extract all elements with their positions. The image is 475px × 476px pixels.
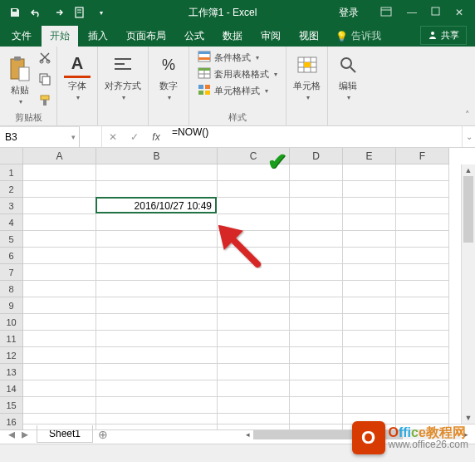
cell[interactable] [290,331,343,347]
row-header[interactable]: 10 [0,314,23,331]
row-header[interactable]: 6 [0,248,23,264]
select-all-corner[interactable] [0,148,23,164]
row-header[interactable]: 8 [0,281,23,297]
formula-input[interactable]: =NOW() [167,126,462,147]
cell[interactable] [290,281,343,297]
row-header[interactable]: 9 [0,297,23,314]
cell[interactable] [96,297,218,314]
scrollbar-thumb[interactable] [463,176,473,243]
cell[interactable] [23,164,96,181]
cell[interactable] [218,314,290,331]
qat-customize-icon[interactable]: ▾ [95,9,108,17]
editing-button[interactable]: 编辑 ▾ [333,50,363,103]
tab-view[interactable]: 视图 [291,26,327,47]
cell[interactable] [218,364,290,380]
cell[interactable] [396,281,449,297]
cell[interactable] [96,214,218,231]
cell[interactable] [218,347,290,364]
cell[interactable] [96,414,218,430]
cell[interactable] [290,297,343,314]
cell[interactable] [343,248,396,264]
login-link[interactable]: 登录 [329,6,369,20]
expand-formula-bar-icon[interactable]: ⌄ [462,126,475,147]
row-header[interactable]: 1 [0,164,23,181]
column-header[interactable]: B [96,148,218,164]
row-header[interactable]: 15 [0,397,23,414]
column-header[interactable]: F [396,148,449,164]
cell[interactable] [290,414,343,430]
cell[interactable] [290,214,343,231]
cell[interactable] [343,347,396,364]
paste-button[interactable]: 粘贴 ▾ [5,54,35,107]
cell[interactable] [96,264,218,281]
touch-mode-icon[interactable] [73,7,86,18]
scroll-right-icon[interactable]: ▸ [461,430,472,439]
cell[interactable] [96,380,218,397]
row-header[interactable]: 13 [0,364,23,380]
cell[interactable]: 2016/10/27 10:49 [95,197,217,213]
cell[interactable] [396,314,449,331]
cell[interactable] [290,164,343,181]
horizontal-scrollbar[interactable]: ◂ ▸ [113,429,475,439]
tab-page-layout[interactable]: 页面布局 [118,26,174,47]
cell[interactable] [96,231,218,248]
minimize-icon[interactable]: — [407,7,416,18]
cell[interactable] [23,331,96,347]
cell[interactable] [343,231,396,248]
cell[interactable] [96,314,218,331]
format-painter-icon[interactable] [38,94,51,110]
cell[interactable] [396,181,449,198]
cell[interactable] [396,231,449,248]
cell[interactable] [343,264,396,281]
cell[interactable] [218,248,290,264]
column-header[interactable]: C [218,148,290,164]
row-header[interactable]: 2 [0,181,23,198]
tab-formulas[interactable]: 公式 [176,26,213,47]
cell[interactable] [23,397,96,414]
cell[interactable] [396,331,449,347]
cell[interactable] [343,380,396,397]
column-header[interactable]: E [343,148,396,164]
cell[interactable] [23,364,96,380]
scroll-down-icon[interactable]: ▼ [462,412,475,424]
save-icon[interactable] [8,7,22,18]
collapse-ribbon-icon[interactable]: ˄ [465,110,470,120]
tab-data[interactable]: 数据 [214,26,251,47]
cell[interactable] [290,380,343,397]
ribbon-options-icon[interactable] [380,7,392,19]
row-header[interactable]: 16 [0,414,23,430]
tab-review[interactable]: 审阅 [252,26,289,47]
cell[interactable] [23,198,96,214]
cell[interactable] [396,248,449,264]
cell[interactable] [218,397,290,414]
cut-icon[interactable] [38,51,51,67]
cell[interactable] [290,264,343,281]
maximize-icon[interactable] [431,7,440,18]
cell[interactable] [218,214,290,231]
cell[interactable] [290,364,343,380]
row-header[interactable]: 4 [0,214,23,231]
cell[interactable] [23,181,96,198]
cell[interactable] [343,281,396,297]
cell[interactable] [23,264,96,281]
tab-file[interactable]: 文件 [3,26,40,47]
cell[interactable] [343,414,396,430]
name-box[interactable]: B3 ▾ [0,126,80,147]
share-button[interactable]: 共享 [420,26,467,45]
row-header[interactable]: 7 [0,264,23,281]
redo-icon[interactable] [51,7,65,17]
chevron-down-icon[interactable]: ▾ [71,133,76,141]
cell[interactable] [343,331,396,347]
cell[interactable] [290,198,343,214]
cell[interactable] [23,347,96,364]
row-header[interactable]: 12 [0,347,23,364]
fx-icon[interactable]: fx [145,131,167,143]
vertical-scrollbar[interactable]: ▲ ▼ [461,164,475,424]
cell[interactable] [290,181,343,198]
cell[interactable] [396,380,449,397]
cell[interactable] [290,248,343,264]
copy-icon[interactable] [38,72,51,89]
row-header[interactable]: 14 [0,380,23,397]
row-header[interactable]: 3 [0,198,23,214]
cell[interactable] [23,414,96,430]
